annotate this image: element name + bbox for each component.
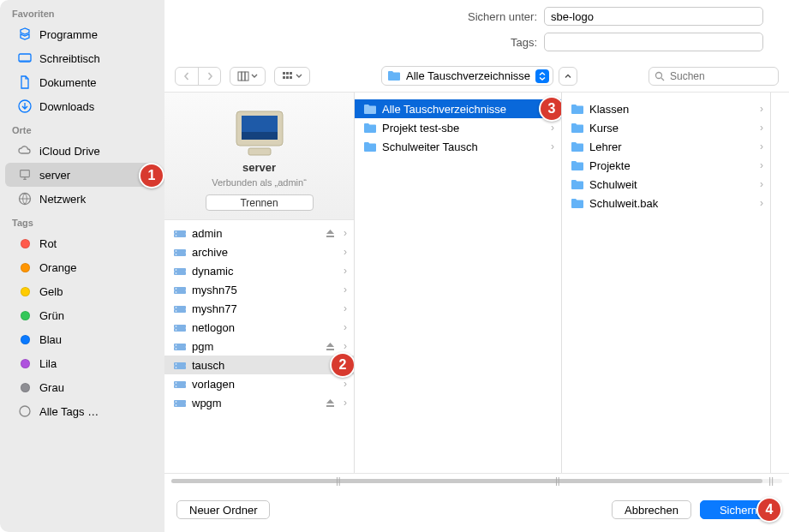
share-admin[interactable]: admin›	[164, 224, 354, 242]
folder-schulweit.bak[interactable]: Schulweit.bak›	[562, 194, 770, 212]
eject-icon[interactable]	[326, 342, 338, 351]
nav-buttons	[175, 67, 221, 86]
desktop-icon	[17, 51, 33, 66]
updown-icon	[535, 69, 549, 83]
sidebar-item-downloads[interactable]: Downloads	[5, 94, 159, 118]
sidebar-item-desktop[interactable]: Schreibtisch	[5, 46, 159, 70]
folder-projekt-test-sbe[interactable]: Projekt test-sbe›	[355, 118, 561, 137]
svg-rect-12	[286, 76, 289, 79]
sidebar-tag-purple[interactable]: Lila	[5, 351, 159, 375]
svg-rect-7	[245, 72, 248, 81]
share-label: archive	[192, 246, 228, 259]
folder-lehrer[interactable]: Lehrer›	[562, 137, 770, 156]
item-label: Schulweiter Tausch	[382, 140, 478, 153]
item-label: Projekt test-sbe	[382, 122, 459, 134]
sidebar-item-label: Dokumente	[39, 76, 96, 89]
share-label: netlogon	[192, 321, 235, 334]
svg-point-47	[176, 348, 177, 350]
annotation-badge-4: 4	[756, 497, 782, 523]
sidebar-tag-red[interactable]: Rot	[5, 231, 159, 255]
share-vorlagen[interactable]: vorlagen›	[164, 374, 354, 393]
sidebar-section-locations: Orte	[0, 122, 164, 139]
share-icon	[173, 340, 187, 352]
svg-point-26	[176, 250, 177, 252]
sidebar-tag-green[interactable]: Grün	[5, 303, 159, 327]
tag-dot-purple	[17, 356, 33, 371]
location-popup[interactable]: Alle Tauschverzeichnisse	[381, 66, 553, 86]
document-icon	[17, 75, 33, 90]
sidebar-tag-orange[interactable]: Orange	[5, 255, 159, 279]
share-dynamic[interactable]: dynamic›	[164, 261, 354, 280]
share-icon	[173, 227, 187, 239]
sidebar-item-label: Lila	[39, 357, 57, 370]
share-archive[interactable]: archive›	[164, 242, 354, 261]
svg-rect-8	[283, 72, 285, 75]
tag-dot-green	[17, 308, 33, 323]
eject-icon[interactable]	[326, 229, 338, 238]
sidebar-item-network[interactable]: Netzwerk	[5, 187, 159, 211]
save-form: Sichern unter: Tags:	[164, 0, 789, 60]
tag-dot-red	[17, 236, 33, 251]
share-myshn77[interactable]: myshn77›	[164, 299, 354, 318]
share-wpgm[interactable]: wpgm›	[164, 393, 354, 412]
folder-projekte[interactable]: Projekte›	[562, 156, 770, 175]
share-icon	[173, 302, 187, 314]
group-mode-button[interactable]	[274, 67, 310, 86]
share-label: tausch	[192, 359, 224, 372]
share-icon	[173, 378, 187, 390]
share-tausch[interactable]: tausch›2	[164, 356, 354, 374]
sidebar-item-programs[interactable]: Programme	[5, 22, 159, 46]
folder-schulweiter-tausch[interactable]: Schulweiter Tausch›	[355, 137, 561, 156]
save-as-input[interactable]	[544, 7, 763, 26]
svg-point-56	[176, 386, 177, 387]
sidebar-all-tags[interactable]: Alle Tags …	[5, 399, 159, 423]
sidebar-tag-gray[interactable]: Grau	[5, 375, 159, 399]
share-netlogon[interactable]: netlogon›	[164, 318, 354, 337]
view-mode-button[interactable]	[230, 67, 266, 86]
toolbar: Alle Tauschverzeichnisse	[164, 60, 789, 93]
back-button[interactable]	[176, 67, 198, 86]
tags-label: Tags:	[164, 36, 537, 49]
share-myshn75[interactable]: myshn75›	[164, 280, 354, 299]
svg-point-31	[176, 272, 177, 274]
folder-kurse[interactable]: Kurse›	[562, 118, 770, 137]
sidebar-item-label: Netzwerk	[39, 193, 86, 206]
svg-point-51	[176, 363, 177, 365]
share-pgm[interactable]: pgm›	[164, 337, 354, 356]
svg-rect-11	[283, 76, 285, 79]
disconnect-button[interactable]: Trennen	[206, 194, 314, 211]
cancel-button[interactable]: Abbrechen	[612, 500, 691, 519]
svg-point-35	[176, 291, 177, 293]
search-field[interactable]	[649, 67, 779, 86]
eject-icon[interactable]	[326, 398, 338, 408]
share-label: pgm	[192, 340, 213, 353]
sidebar-item-label: Orange	[39, 261, 76, 274]
sidebar-item-server[interactable]: server 1	[5, 163, 159, 187]
server-name: server	[242, 161, 276, 174]
svg-point-38	[176, 307, 177, 308]
share-label: wpgm	[192, 397, 222, 409]
folder-alle-tauschverzeichnisse[interactable]: Alle Tauschverzeichnisse›3	[355, 99, 561, 118]
new-folder-button[interactable]: Neuer Ordner	[176, 500, 270, 519]
sidebar-item-icloud[interactable]: iCloud Drive	[5, 139, 159, 163]
folder-schulweit[interactable]: Schulweit›	[562, 175, 770, 194]
column-alle-tauschverzeichnisse: Klassen›Kurse›Lehrer›Projekte›Schulweit›…	[562, 93, 771, 473]
folder-icon	[363, 140, 377, 152]
svg-point-46	[176, 344, 177, 346]
tags-input[interactable]	[544, 33, 763, 51]
svg-rect-18	[248, 148, 271, 155]
folder-klassen[interactable]: Klassen›	[562, 99, 770, 118]
item-label: Klassen	[589, 103, 629, 116]
search-input[interactable]	[670, 70, 773, 82]
sidebar-tag-yellow[interactable]: Gelb	[5, 279, 159, 303]
expand-button[interactable]	[559, 67, 577, 86]
sidebar-item-label: Gelb	[39, 285, 63, 298]
svg-point-42	[176, 326, 177, 327]
sidebar-tag-blue[interactable]: Blau	[5, 327, 159, 351]
forward-button[interactable]	[198, 67, 220, 86]
share-icon	[173, 246, 187, 258]
scroll-strip[interactable]: || || ||	[164, 474, 789, 487]
svg-point-22	[176, 235, 177, 236]
annotation-badge-2: 2	[330, 352, 355, 378]
sidebar-item-documents[interactable]: Dokumente	[5, 70, 159, 94]
